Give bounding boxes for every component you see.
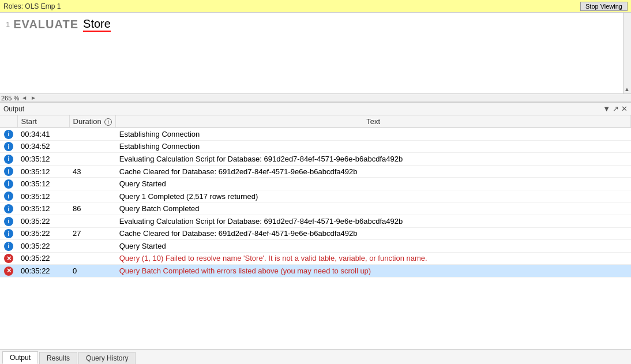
row-duration: 86 [69, 202, 116, 215]
row-start: 00:35:12 [17, 202, 69, 215]
row-start: 00:35:12 [17, 178, 69, 190]
editor-scrollbar-right[interactable]: ▲ [623, 13, 631, 93]
info-icon: i [4, 217, 13, 226]
row-icon-cell: ✕ [0, 252, 17, 265]
table-row: i00:35:22Query Started [0, 240, 631, 253]
row-duration [69, 140, 116, 153]
keyword-evaluate: EVALUATE [13, 18, 78, 31]
row-icon-cell: i [0, 140, 17, 153]
table-row: i00:34:52Establishing Connection [0, 140, 631, 153]
info-icon: i [4, 142, 13, 151]
row-start: 00:35:22 [17, 215, 69, 228]
row-duration: 27 [69, 227, 116, 240]
title-bar-label: Roles: OLS Emp 1 [3, 2, 61, 10]
info-icon: i [4, 179, 13, 189]
table-row: ✕00:35:22Query (1, 10) Failed to resolve… [0, 252, 631, 265]
output-header: Output ▼ ↗ ✕ [0, 103, 631, 115]
output-panel: Output ▼ ↗ ✕ Start Duration i Text i00:3… [0, 102, 631, 364]
row-start: 00:34:52 [17, 140, 69, 153]
tab-output[interactable]: Output [2, 351, 38, 364]
row-text: Evaluating Calculation Script for Databa… [116, 153, 631, 166]
table-row: i00:35:2227Cache Cleared for Database: 6… [0, 227, 631, 240]
row-text: Query Started [116, 240, 631, 253]
editor-scrollbar-bottom[interactable]: 265 % ◄ ► [0, 93, 631, 102]
table-row: i00:35:12Evaluating Calculation Script f… [0, 153, 631, 166]
row-start: 00:35:22 [17, 227, 69, 240]
bottom-tabs: Output Results Query History [0, 349, 631, 364]
row-duration [69, 190, 116, 202]
info-icon: i [4, 242, 13, 251]
error-icon: ✕ [4, 267, 13, 276]
table-row: i00:34:41Establishing Connection [0, 128, 631, 141]
output-collapse-btn[interactable]: ▼ [603, 104, 610, 113]
table-row: i00:35:22Evaluating Calculation Script f… [0, 215, 631, 228]
editor-content: 1 EVALUATE Store [0, 13, 631, 36]
title-bar: Roles: OLS Emp 1 Stop Viewing [0, 0, 631, 13]
row-duration [69, 252, 116, 265]
row-duration [69, 215, 116, 228]
editor-area: 1 EVALUATE Store ▲ 265 % ◄ ► [0, 13, 631, 102]
row-duration [69, 128, 116, 141]
row-text: Query Started [116, 178, 631, 190]
row-text: Establishing Connection [116, 140, 631, 153]
output-title: Output [3, 105, 24, 113]
row-text: Query (1, 10) Failed to resolve name 'St… [116, 252, 631, 265]
row-text: Query Batch Completed [116, 202, 631, 215]
error-icon: ✕ [4, 254, 13, 263]
row-start: 00:35:12 [17, 165, 69, 178]
row-icon-cell: i [0, 153, 17, 166]
table-row: i00:35:1286Query Batch Completed [0, 202, 631, 215]
info-icon: i [4, 130, 13, 139]
info-icon: i [4, 192, 13, 201]
output-table-wrap: Start Duration i Text i00:34:41Establish… [0, 115, 631, 349]
row-start: 00:35:12 [17, 153, 69, 166]
zoom-info: 265 % ◄ ► [1, 95, 37, 102]
row-icon-cell: ✕ [0, 265, 17, 277]
row-start: 00:34:41 [17, 128, 69, 141]
row-duration [69, 153, 116, 166]
info-icon: i [4, 229, 13, 238]
row-duration: 43 [69, 165, 116, 178]
info-icon: i [4, 167, 13, 176]
table-row: i00:35:1243Cache Cleared for Database: 6… [0, 165, 631, 178]
table-row: i00:35:12Query 1 Completed (2,517 rows r… [0, 190, 631, 202]
keyword-store: Store [83, 17, 111, 32]
output-expand-btn[interactable]: ↗ [613, 104, 619, 113]
table-header-row: Start Duration i Text [0, 115, 631, 128]
row-start: 00:35:22 [17, 240, 69, 253]
info-icon: i [4, 204, 13, 213]
row-text: Cache Cleared for Database: 691d2ed7-84e… [116, 227, 631, 240]
tab-query-history[interactable]: Query History [78, 352, 136, 364]
row-icon-cell: i [0, 165, 17, 178]
row-start: 00:35:22 [17, 252, 69, 265]
zoom-level: 265 % [1, 95, 19, 102]
row-start: 00:35:22 [17, 265, 69, 277]
col-duration: Duration i [69, 115, 116, 128]
tab-results[interactable]: Results [39, 352, 77, 364]
scroll-right-arrow[interactable]: ▲ [623, 85, 631, 93]
row-text: Cache Cleared for Database: 691d2ed7-84e… [116, 165, 631, 178]
output-close-btn[interactable]: ✕ [621, 104, 628, 113]
row-duration: 0 [69, 265, 116, 277]
row-text: Evaluating Calculation Script for Databa… [116, 215, 631, 228]
row-text: Query 1 Completed (2,517 rows returned) [116, 190, 631, 202]
row-text: Query Batch Completed with errors listed… [116, 265, 631, 277]
duration-info-icon: i [104, 118, 112, 126]
row-icon-cell: i [0, 178, 17, 190]
scroll-right-arrow-bottom[interactable]: ► [29, 95, 37, 101]
row-icon-cell: i [0, 240, 17, 253]
info-icon: i [4, 155, 13, 164]
output-controls: ▼ ↗ ✕ [603, 104, 628, 113]
scroll-left-arrow[interactable]: ◄ [20, 95, 28, 101]
line-number: 1 [6, 20, 10, 29]
row-duration [69, 240, 116, 253]
row-start: 00:35:12 [17, 190, 69, 202]
row-icon-cell: i [0, 128, 17, 141]
table-row: i00:35:12Query Started [0, 178, 631, 190]
table-row: ✕00:35:220Query Batch Completed with err… [0, 265, 631, 277]
output-table: Start Duration i Text i00:34:41Establish… [0, 115, 631, 277]
row-duration [69, 178, 116, 190]
row-text: Establishing Connection [116, 128, 631, 141]
stop-viewing-button[interactable]: Stop Viewing [580, 2, 628, 11]
col-text: Text [116, 115, 631, 128]
